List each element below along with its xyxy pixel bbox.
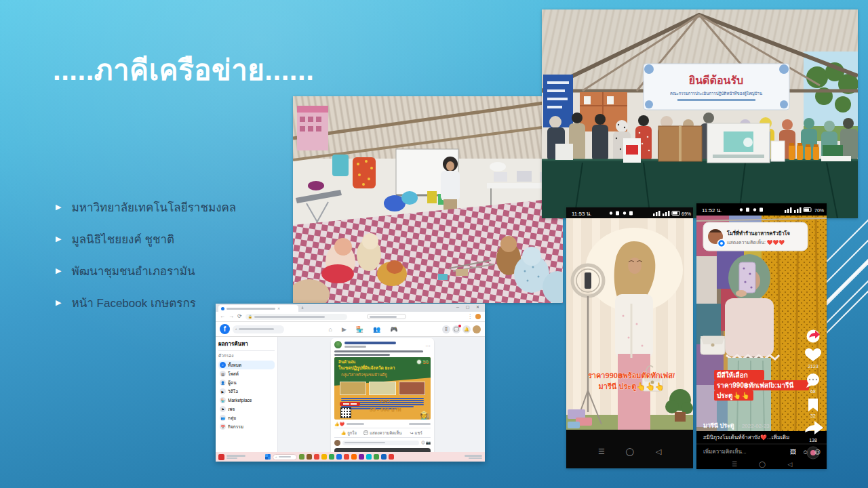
comment-bubble[interactable]	[342, 441, 419, 445]
product-poster-image[interactable]: สินค้าเด่น ในเขตปฏิรูปที่ดินจังหวัด ยะลา…	[334, 357, 431, 420]
taskbar-app-icon[interactable]	[336, 454, 342, 460]
post-timestamp-redacted	[344, 346, 366, 348]
pages-filter-icon: ⚑	[220, 406, 226, 412]
search-icon: ⌕	[275, 455, 277, 460]
like-button[interactable]: 👍 ถูกใจ	[334, 429, 363, 436]
post-author-name-redacted[interactable]	[344, 342, 396, 344]
commenter-avatar[interactable]	[334, 440, 340, 446]
taskbar-app-icon[interactable]	[374, 454, 379, 460]
profile-avatar[interactable]	[473, 325, 481, 333]
sidebar-item-all[interactable]: ⌕ ทั้งหมด	[218, 361, 275, 369]
sidebar-item-marketplace[interactable]: 🏪 Marketplace	[218, 396, 275, 405]
windows-start-icon[interactable]	[265, 454, 271, 460]
notifications-bell-icon[interactable]: 🔔	[462, 325, 471, 333]
events-filter-icon: 📅	[220, 424, 226, 430]
facebook-search-input[interactable]: ⌕	[233, 325, 284, 333]
sidebar-item-videos[interactable]: ▶ วิดีโอ	[218, 387, 275, 396]
browser-profile-avatar[interactable]	[475, 314, 481, 319]
marketplace-filter-icon: 🏪	[220, 397, 226, 403]
bullet-text: พัฒนาชุมชนอำเภอรามัน	[71, 262, 195, 280]
video-frame: โมรี่ที่ทำร้านอาหารครัวป้าโจ แสดงความคิด…	[696, 216, 827, 431]
taskbar-app-icon[interactable]	[299, 454, 304, 460]
taskbar-app-icon[interactable]	[321, 454, 327, 460]
new-tab-button[interactable]: +	[301, 305, 304, 312]
slide-title: .....ภาคีเครือข่าย......	[53, 47, 314, 92]
address-bar[interactable]: 🔒	[245, 314, 347, 320]
browser-tab-strip: ✕ + ─ ▢ ✕	[216, 304, 485, 312]
filters-label: ตัวกรอง	[218, 352, 275, 359]
all-filter-icon: ⌕	[220, 362, 226, 368]
reload-icon[interactable]: ⟳	[237, 314, 242, 319]
pinned-app-icon[interactable]	[218, 454, 224, 460]
extensions-icon[interactable]: ⋮	[467, 314, 473, 319]
poster-subtitle: ในเขตปฏิรูปที่ดินจังหวัด ยะลา	[338, 365, 395, 371]
sidebar-item-people[interactable]: 👤 ผู้คน	[218, 378, 275, 387]
taskbar-search[interactable]: ⌕	[273, 454, 297, 460]
taskbar-app-icon[interactable]	[307, 454, 312, 460]
taskbar-app-icon[interactable]	[366, 454, 372, 460]
window-controls[interactable]: ─ ▢ ✕	[456, 304, 482, 309]
product-photo	[369, 382, 395, 395]
groups-tab-icon[interactable]: 👥	[373, 326, 380, 333]
url-text-redacted	[254, 316, 325, 318]
comment-count: 68	[810, 389, 816, 394]
menu-grid-icon[interactable]: ⠿	[442, 325, 450, 333]
tab-close-icon[interactable]: ✕	[277, 306, 280, 310]
tiktok-post-date: · 2022-02-23	[738, 423, 770, 429]
price-overlay-line1: ราคา990฿พร้อมตัดทักเฟส/	[588, 371, 675, 380]
video-frame: ราคา990฿พร้อมตัดทักเฟส/ มารีนี ประตู👆👆👆	[566, 218, 693, 430]
system-tray[interactable]	[465, 455, 482, 459]
comment-placeholder: เพิ่มความคิดเห็น...	[703, 447, 747, 455]
poster-product-photos	[340, 382, 425, 395]
welcome-banner: ยินดีต้อนรับ คณะกรรมการประเมินการปฏิบัติ…	[644, 64, 789, 110]
watch-tab-icon[interactable]: ▶	[342, 326, 347, 333]
marketplace-tab-icon[interactable]: 🏪	[356, 326, 363, 333]
battery-percent: 70%	[814, 208, 824, 213]
nav-home-icon: ◯	[626, 447, 634, 456]
comment-reaction-icons[interactable]: 😊 📷	[421, 441, 431, 445]
product-photo	[399, 382, 425, 395]
search-query-redacted	[239, 328, 274, 330]
taskbar-app-icon[interactable]	[329, 454, 334, 460]
taskbar-app-icon[interactable]	[389, 454, 394, 460]
browser-tab[interactable]: ✕	[218, 305, 298, 312]
comment-icon: 💬	[363, 430, 369, 435]
sidebar-item-events[interactable]: 📅 กิจกรรม	[218, 422, 275, 431]
reaction-count-redacted	[347, 423, 364, 425]
poster-group-name: กลุ่มวิสาหกิจชุมชนบ้านตีกู	[341, 371, 387, 378]
taskbar-app-icon[interactable]	[314, 454, 319, 460]
phone-screenshot-right: 11:52 น. 70%	[696, 203, 827, 469]
post-options-icon[interactable]: …	[425, 342, 431, 348]
emoji-icon: ☺	[802, 449, 808, 455]
facebook-logo-icon[interactable]: f	[220, 324, 230, 334]
back-icon[interactable]: ←	[220, 314, 225, 319]
nav-back-icon: ◁	[656, 447, 662, 455]
forward-icon[interactable]: →	[229, 314, 234, 319]
poster-contact-button	[340, 402, 360, 406]
facebook-feed-area: … สินค้าเด่น ในเขตปฏิรูปที่ดินจังหวัด ยะ…	[278, 337, 485, 452]
sidebar-item-posts[interactable]: ▤ โพสต์	[218, 369, 275, 378]
facebook-header: f ⌕ ⌂ ▶ 🏪 👥 🎮 ⠿ 💬 🔔	[216, 322, 485, 337]
share-button[interactable]: ↪ แชร์	[401, 429, 431, 436]
taskbar-app-icon[interactable]	[351, 454, 357, 460]
sidebar-item-pages[interactable]: ⚑ เพจ	[218, 405, 275, 413]
taskbar-app-icon[interactable]	[344, 454, 349, 460]
phone-screenshot-left: 11:53 น. 69%	[566, 207, 693, 468]
tab-search-pill[interactable]	[367, 314, 406, 319]
badge-circle-icon	[416, 359, 422, 365]
taskbar-app-icon[interactable]	[359, 454, 364, 460]
facebook-favicon-icon	[221, 307, 224, 310]
reaction-icons[interactable]: 👍❤️	[334, 422, 344, 426]
post-author-avatar[interactable]	[334, 341, 342, 348]
product-photo	[340, 382, 366, 395]
search-icon: ⌕	[235, 327, 237, 331]
comment-button[interactable]: 💬 แสดงความคิดเห็น	[363, 429, 402, 436]
home-tab-icon[interactable]: ⌂	[328, 326, 332, 333]
sidebar-item-groups[interactable]: 👥 กลุ่ม	[218, 413, 275, 422]
messenger-icon[interactable]: 💬	[452, 325, 460, 333]
triangle-bullet-icon: ▶	[56, 235, 61, 243]
gaming-tab-icon[interactable]: 🎮	[390, 326, 397, 333]
facebook-header-actions: ⠿ 💬 🔔	[442, 325, 481, 333]
tiktok-username: มารีนี ประตู	[703, 422, 734, 430]
taskbar-app-icon[interactable]	[381, 454, 387, 460]
